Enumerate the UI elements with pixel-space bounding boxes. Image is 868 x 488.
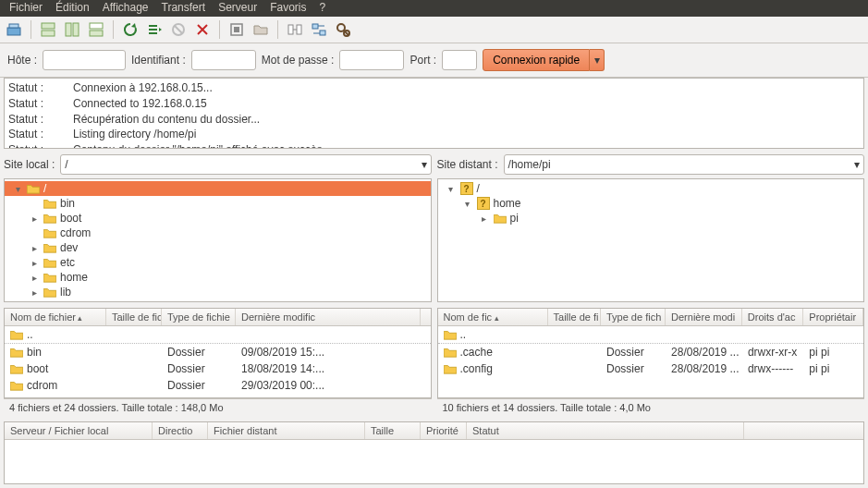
menu-item[interactable]: Favoris — [270, 1, 306, 14]
transfer-queue[interactable]: Serveur / Fichier localDirectioFichier d… — [4, 421, 864, 484]
column-header[interactable]: Nom de fic — [438, 309, 548, 325]
tree-row[interactable]: ▸lib — [5, 285, 431, 299]
column-header[interactable]: Droits d'ac — [742, 309, 803, 325]
ident-label: Identifiant : — [131, 54, 186, 67]
tree-row[interactable]: ▾?home — [438, 196, 864, 211]
svg-rect-4 — [66, 23, 71, 36]
tree-row[interactable]: ▸dev — [5, 240, 431, 255]
folder-icon[interactable] — [251, 19, 271, 40]
list-item[interactable]: binDossier09/08/2019 15:... — [5, 344, 431, 360]
tree-row[interactable]: ▸pi — [438, 211, 864, 226]
togglequeue-icon[interactable] — [86, 19, 106, 40]
chevron-down-icon[interactable]: ▾ — [422, 158, 427, 171]
list-item[interactable]: .cacheDossier28/08/2019 ...drwxr-xr-xpi … — [438, 344, 864, 360]
disconnect-icon[interactable] — [192, 19, 213, 40]
svg-rect-0 — [7, 28, 20, 35]
quickconnect-button[interactable]: Connexion rapide — [483, 49, 590, 71]
menu-item[interactable]: Fichier — [9, 1, 43, 14]
cancel-icon[interactable] — [168, 19, 189, 40]
svg-point-15 — [337, 24, 345, 31]
toggletree-icon[interactable] — [62, 19, 82, 40]
menu-item[interactable]: Édition — [55, 1, 90, 14]
local-site-label: Site local : — [4, 158, 55, 171]
password-input[interactable] — [339, 50, 404, 70]
menu-item[interactable]: Transfert — [162, 1, 206, 14]
list-item[interactable]: bootDossier18/08/2019 14:... — [5, 360, 431, 377]
pass-label: Mot de passe : — [262, 54, 335, 67]
list-item[interactable]: .. — [438, 326, 864, 344]
tree-row[interactable]: cdrom — [5, 226, 431, 240]
column-header[interactable]: Taille de fi — [548, 309, 601, 325]
local-pane: Site local : /▾ ▾/bin▸bootcdrom▸dev▸etc▸… — [4, 154, 432, 302]
column-header[interactable]: Fichier distant — [208, 422, 365, 439]
toolbar — [0, 17, 868, 43]
menu-item[interactable]: Serveur — [218, 1, 257, 14]
tree-row[interactable]: ▸etc — [5, 255, 431, 270]
tree-row[interactable]: ▸boot — [5, 211, 431, 226]
remote-pane: Site distant : /home/pi▾ ▾?/▾?home▸pi — [437, 154, 865, 302]
svg-rect-5 — [73, 23, 79, 36]
svg-rect-2 — [42, 23, 55, 29]
remote-site-label: Site distant : — [437, 158, 498, 171]
reconnect-icon[interactable] — [226, 19, 247, 40]
local-status: 4 fichiers et 24 dossiers. Taille totale… — [4, 398, 432, 416]
column-header[interactable]: Dernière modific — [236, 309, 421, 325]
column-header[interactable]: Priorité — [421, 422, 467, 439]
tree-row[interactable]: ▾/ — [5, 181, 431, 196]
user-input[interactable] — [191, 50, 256, 70]
svg-line-9 — [175, 26, 182, 33]
column-header[interactable]: Serveur / Fichier local — [5, 422, 153, 439]
sitemanager-icon[interactable] — [4, 19, 24, 40]
svg-rect-12 — [297, 25, 301, 34]
svg-rect-11 — [288, 25, 293, 34]
svg-rect-13 — [312, 24, 318, 29]
filter-icon[interactable] — [333, 19, 353, 40]
column-header[interactable]: Statut — [467, 422, 744, 439]
remote-tree[interactable]: ▾?/▾?home▸pi — [437, 178, 865, 302]
compare-icon[interactable] — [285, 19, 305, 40]
port-label: Port : — [410, 54, 436, 67]
column-header[interactable]: Taille — [365, 422, 421, 439]
menu-item[interactable]: Affichage — [103, 1, 149, 14]
remote-status: 10 fichiers et 14 dossiers. Taille total… — [437, 398, 865, 416]
host-label: Hôte : — [7, 54, 37, 67]
svg-rect-6 — [90, 30, 103, 36]
host-input[interactable] — [43, 50, 126, 70]
local-path-combo[interactable]: /▾ — [60, 154, 431, 175]
column-header[interactable]: Type de fichie — [162, 309, 236, 325]
column-header[interactable]: Type de fich — [601, 309, 666, 325]
menu-item[interactable]: ? — [320, 1, 326, 14]
svg-rect-14 — [320, 30, 325, 35]
message-log[interactable]: Statut :Connexion à 192.168.0.15...Statu… — [4, 78, 864, 149]
chevron-down-icon[interactable]: ▾ — [854, 158, 860, 171]
column-header[interactable]: Directio — [153, 422, 208, 439]
local-filelist[interactable]: Nom de fichierTaille de ficType de fichi… — [4, 308, 432, 398]
port-input[interactable] — [442, 50, 477, 70]
column-header[interactable]: Propriétair — [803, 309, 863, 325]
togglelog-icon[interactable] — [38, 19, 58, 40]
svg-rect-1 — [9, 24, 18, 28]
list-item[interactable]: .. — [5, 326, 431, 344]
remote-filelist[interactable]: Nom de ficTaille de fiType de fichDerniè… — [437, 308, 865, 398]
svg-rect-7 — [90, 23, 103, 29]
list-item[interactable]: cdromDossier29/03/2019 00:... — [5, 377, 431, 394]
tree-row[interactable]: ▸home — [5, 270, 431, 285]
list-item[interactable]: .configDossier28/08/2019 ...drwx------pi… — [438, 360, 864, 377]
tree-row[interactable]: bin — [5, 196, 431, 211]
quickconnect-bar: Hôte : Identifiant : Mot de passe : Port… — [0, 43, 868, 78]
menubar: Fichier Édition Affichage Transfert Serv… — [0, 0, 868, 17]
remote-path-combo[interactable]: /home/pi▾ — [504, 154, 864, 175]
column-header[interactable]: Nom de fichier — [5, 309, 106, 325]
tree-row[interactable]: ▾?/ — [438, 181, 864, 196]
sync-browse-icon[interactable] — [309, 19, 329, 40]
column-header[interactable]: Dernière modi — [666, 309, 742, 325]
local-tree[interactable]: ▾/bin▸bootcdrom▸dev▸etc▸home▸lib — [4, 178, 432, 302]
quickconnect-dropdown[interactable]: ▾ — [590, 49, 605, 71]
processqueue-icon[interactable] — [144, 19, 165, 40]
column-header[interactable]: Taille de fic — [106, 309, 162, 325]
refresh-icon[interactable] — [120, 19, 141, 40]
svg-rect-3 — [42, 30, 55, 36]
